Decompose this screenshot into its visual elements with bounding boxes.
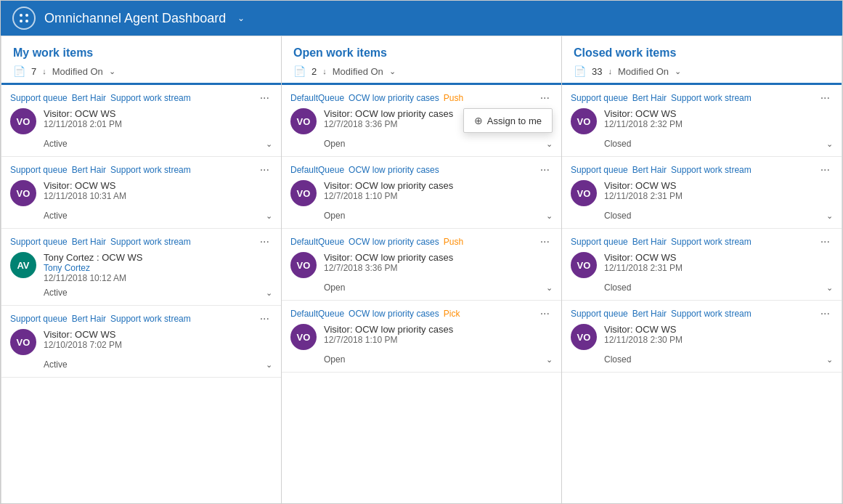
item-tags-cw4: Support queueBert HairSupport work strea… xyxy=(571,308,833,320)
avatar-cw3: VO xyxy=(571,252,597,278)
expand-button-ow2[interactable]: ⌄ xyxy=(546,211,553,221)
expand-button-ow4[interactable]: ⌄ xyxy=(546,355,553,365)
item-subtitle-mw3[interactable]: Tony Cortez xyxy=(44,263,272,273)
sort-chevron-icon[interactable]: ⌄ xyxy=(389,67,396,76)
item-date-mw3: 12/11/2018 10:12 AM xyxy=(44,273,272,283)
item-status-cw4: Closed xyxy=(604,354,631,365)
tag-defaultqueue[interactable]: DefaultQueue xyxy=(290,93,344,103)
tag-support-work-stream[interactable]: Support work stream xyxy=(110,237,191,247)
more-options-button-ow1[interactable]: ··· xyxy=(537,92,553,104)
more-options-button-ow3[interactable]: ··· xyxy=(537,236,553,248)
svg-point-3 xyxy=(25,20,28,23)
expand-button-mw2[interactable]: ⌄ xyxy=(266,211,272,221)
tag-bert-hair[interactable]: Bert Hair xyxy=(632,309,667,319)
more-options-button-mw1[interactable]: ··· xyxy=(257,92,272,104)
item-status-ow2: Open xyxy=(324,211,345,221)
tag-support-queue[interactable]: Support queue xyxy=(571,309,628,319)
tag-defaultqueue[interactable]: DefaultQueue xyxy=(290,165,344,175)
avatar-mw3: AV xyxy=(10,252,36,278)
sort-label: Modified On xyxy=(333,66,383,77)
item-date-mw4: 12/10/2018 7:02 PM xyxy=(44,340,272,350)
tag-support-work-stream[interactable]: Support work stream xyxy=(110,165,191,175)
tag-ocw-low-priority-cases[interactable]: OCW low priority cases xyxy=(349,165,439,175)
tag-bert-hair[interactable]: Bert Hair xyxy=(632,237,667,247)
item-date-ow3: 12/7/2018 3:36 PM xyxy=(324,263,553,273)
tag-defaultqueue[interactable]: DefaultQueue xyxy=(290,237,344,247)
expand-button-mw4[interactable]: ⌄ xyxy=(266,360,272,370)
more-options-button-cw3[interactable]: ··· xyxy=(818,236,833,248)
item-tags-mw2: Support queueBert HairSupport work strea… xyxy=(10,164,272,176)
header-chevron-icon[interactable]: ⌄ xyxy=(237,13,245,23)
tag-support-queue[interactable]: Support queue xyxy=(571,237,628,247)
expand-button-cw2[interactable]: ⌄ xyxy=(826,211,833,221)
tag-ocw-low-priority-cases[interactable]: OCW low priority cases xyxy=(349,237,439,247)
item-status-ow1: Open xyxy=(324,139,345,149)
expand-button-ow3[interactable]: ⌄ xyxy=(546,283,553,293)
item-status-mw1: Active xyxy=(44,139,68,149)
more-options-button-mw2[interactable]: ··· xyxy=(257,164,272,176)
tag-support-work-stream[interactable]: Support work stream xyxy=(110,93,191,103)
more-options-button-ow2[interactable]: ··· xyxy=(537,164,553,176)
tag-bert-hair[interactable]: Bert Hair xyxy=(72,165,106,175)
work-item-cw4: Support queueBert HairSupport work strea… xyxy=(562,301,842,373)
tag-bert-hair[interactable]: Bert Hair xyxy=(632,165,667,175)
work-item-ow4: DefaultQueueOCW low priority casesPick··… xyxy=(282,301,561,373)
tag-bert-hair[interactable]: Bert Hair xyxy=(72,93,106,103)
tag-ocw-low-priority-cases[interactable]: OCW low priority cases xyxy=(349,93,439,103)
expand-button-ow1[interactable]: ⌄ xyxy=(546,139,553,149)
tag-bert-hair[interactable]: Bert Hair xyxy=(632,93,667,103)
tag-defaultqueue[interactable]: DefaultQueue xyxy=(290,309,344,319)
tag-support-work-stream[interactable]: Support work stream xyxy=(671,165,752,175)
expand-button-cw1[interactable]: ⌄ xyxy=(826,139,833,149)
tag-support-queue[interactable]: Support queue xyxy=(10,165,68,175)
column-my-work: My work items 📄 7 ↓ Modified On ⌄ Suppor… xyxy=(1,36,282,504)
item-title-cw2: Visitor: OCW WS xyxy=(604,180,833,191)
tag-support-work-stream[interactable]: Support work stream xyxy=(671,237,752,247)
item-title-mw3: Tony Cortez : OCW WS xyxy=(44,252,272,263)
expand-button-mw3[interactable]: ⌄ xyxy=(266,288,272,298)
sort-chevron-icon[interactable]: ⌄ xyxy=(675,67,681,76)
tag-support-queue[interactable]: Support queue xyxy=(10,314,68,324)
tag-support-queue[interactable]: Support queue xyxy=(571,165,628,175)
item-title-cw1: Visitor: OCW WS xyxy=(604,108,833,119)
assign-to-me-button[interactable]: ⊕Assign to me xyxy=(464,109,552,132)
sort-arrow-icon[interactable]: ↓ xyxy=(608,67,612,76)
more-options-button-cw1[interactable]: ··· xyxy=(818,92,833,104)
tag-support-queue[interactable]: Support queue xyxy=(571,93,628,103)
expand-button-cw4[interactable]: ⌄ xyxy=(826,355,833,365)
sort-chevron-icon[interactable]: ⌄ xyxy=(109,67,115,76)
work-item-ow1: DefaultQueueOCW low priority casesPush··… xyxy=(282,85,561,157)
item-tags-ow3: DefaultQueueOCW low priority casesPush··… xyxy=(290,236,553,248)
svg-point-0 xyxy=(20,14,23,17)
item-title-ow4: Visitor: OCW low priority cases xyxy=(324,324,553,335)
sort-arrow-icon[interactable]: ↓ xyxy=(322,67,327,76)
tag-bert-hair[interactable]: Bert Hair xyxy=(72,314,106,324)
tag-bert-hair[interactable]: Bert Hair xyxy=(72,237,106,247)
count-badge: 7 xyxy=(31,66,36,77)
app-header: Omnichannel Agent Dashboard ⌄ xyxy=(1,1,842,36)
work-item-cw3: Support queueBert HairSupport work strea… xyxy=(562,229,842,301)
more-options-button-cw2[interactable]: ··· xyxy=(818,164,833,176)
work-item-ow2: DefaultQueueOCW low priority cases···VOV… xyxy=(282,157,561,229)
avatar-cw1: VO xyxy=(571,108,597,134)
expand-button-cw3[interactable]: ⌄ xyxy=(826,283,833,293)
more-options-button-ow4[interactable]: ··· xyxy=(537,308,553,320)
item-title-ow3: Visitor: OCW low priority cases xyxy=(324,252,553,263)
avatar-cw4: VO xyxy=(571,324,597,350)
tag-support-work-stream[interactable]: Support work stream xyxy=(110,314,191,324)
tag-support-queue[interactable]: Support queue xyxy=(10,237,68,247)
count-badge: 33 xyxy=(592,66,602,77)
work-item-mw2: Support queueBert HairSupport work strea… xyxy=(1,157,281,229)
more-options-button-cw4[interactable]: ··· xyxy=(818,308,833,320)
expand-button-mw1[interactable]: ⌄ xyxy=(266,139,272,149)
tag-ocw-low-priority-cases[interactable]: OCW low priority cases xyxy=(349,309,439,319)
more-options-button-mw3[interactable]: ··· xyxy=(257,236,272,248)
item-tags-mw1: Support queueBert HairSupport work strea… xyxy=(10,92,272,104)
context-menu-ow1: ⊕Assign to me xyxy=(463,108,553,133)
tag-support-work-stream[interactable]: Support work stream xyxy=(671,93,752,103)
tag-support-queue[interactable]: Support queue xyxy=(10,93,68,103)
more-options-button-mw4[interactable]: ··· xyxy=(257,313,272,325)
tag-support-work-stream[interactable]: Support work stream xyxy=(671,309,752,319)
item-title-cw3: Visitor: OCW WS xyxy=(604,252,833,263)
sort-arrow-icon[interactable]: ↓ xyxy=(42,67,46,76)
